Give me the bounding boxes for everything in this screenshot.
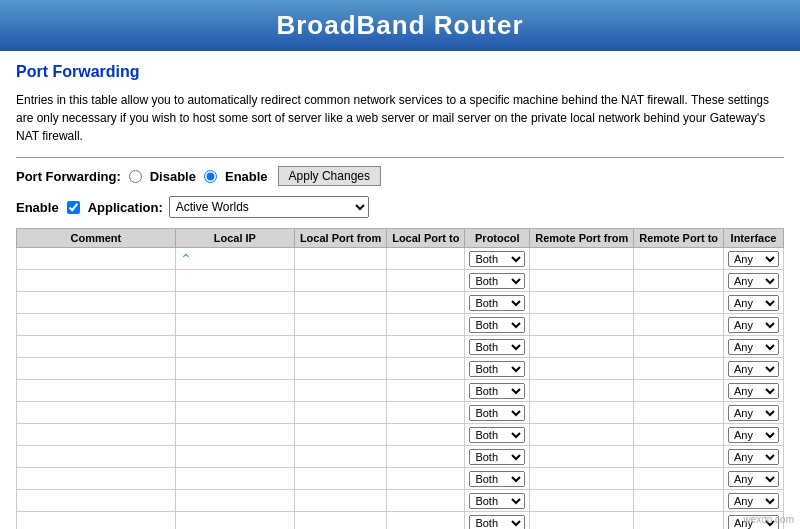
remote-port-from-input[interactable] xyxy=(534,495,629,507)
remote-port-from-input[interactable] xyxy=(534,253,629,265)
remote-port-to-input[interactable] xyxy=(638,407,719,419)
local-port-to-input[interactable] xyxy=(391,407,460,419)
comment-input[interactable] xyxy=(21,407,171,419)
cell-local-port-to[interactable] xyxy=(387,490,465,512)
interface-select[interactable]: AnyLANWAN xyxy=(728,273,779,289)
cell-local-port-from[interactable] xyxy=(294,468,386,490)
cell-interface[interactable]: AnyLANWAN xyxy=(724,358,784,380)
cell-remote-port-to[interactable] xyxy=(634,292,724,314)
cell-local-port-from[interactable] xyxy=(294,380,386,402)
cell-remote-port-to[interactable] xyxy=(634,380,724,402)
protocol-select[interactable]: BothTCPUDP xyxy=(469,251,525,267)
remote-port-from-input[interactable] xyxy=(534,407,629,419)
cell-local-ip[interactable] xyxy=(175,336,294,358)
cell-protocol[interactable]: BothTCPUDP xyxy=(465,270,530,292)
comment-input[interactable] xyxy=(21,253,171,265)
cell-remote-port-from[interactable] xyxy=(530,402,634,424)
local-port-to-input[interactable] xyxy=(391,429,460,441)
cell-comment[interactable] xyxy=(17,314,176,336)
cell-remote-port-to[interactable] xyxy=(634,336,724,358)
cell-local-port-to[interactable] xyxy=(387,468,465,490)
cell-local-port-from[interactable] xyxy=(294,248,386,270)
cell-comment[interactable] xyxy=(17,358,176,380)
cell-local-ip[interactable] xyxy=(175,358,294,380)
cell-local-port-to[interactable] xyxy=(387,314,465,336)
cell-local-port-from[interactable] xyxy=(294,270,386,292)
cell-remote-port-to[interactable] xyxy=(634,512,724,530)
protocol-select[interactable]: BothTCPUDP xyxy=(469,295,525,311)
protocol-select[interactable]: BothTCPUDP xyxy=(469,361,525,377)
local-ip-input[interactable] xyxy=(180,473,290,485)
remote-port-to-input[interactable] xyxy=(638,275,719,287)
cell-protocol[interactable]: BothTCPUDP xyxy=(465,468,530,490)
interface-select[interactable]: AnyLANWAN xyxy=(728,383,779,399)
interface-select[interactable]: AnyLANWAN xyxy=(728,427,779,443)
protocol-select[interactable]: BothTCPUDP xyxy=(469,515,525,530)
cell-local-ip[interactable] xyxy=(175,292,294,314)
comment-input[interactable] xyxy=(21,319,171,331)
cell-protocol[interactable]: BothTCPUDP xyxy=(465,314,530,336)
remote-port-from-input[interactable] xyxy=(534,517,629,529)
remote-port-to-input[interactable] xyxy=(638,451,719,463)
remote-port-to-input[interactable] xyxy=(638,495,719,507)
local-port-from-input[interactable] xyxy=(299,473,382,485)
cell-interface[interactable]: AnyLANWAN xyxy=(724,336,784,358)
cell-local-port-from[interactable] xyxy=(294,446,386,468)
cell-remote-port-to[interactable] xyxy=(634,358,724,380)
cell-interface[interactable]: AnyLANWAN xyxy=(724,424,784,446)
local-port-to-input[interactable] xyxy=(391,275,460,287)
interface-select[interactable]: AnyLANWAN xyxy=(728,251,779,267)
comment-input[interactable] xyxy=(21,429,171,441)
cell-interface[interactable]: AnyLANWAN xyxy=(724,270,784,292)
remote-port-to-input[interactable] xyxy=(638,253,719,265)
interface-select[interactable]: AnyLANWAN xyxy=(728,493,779,509)
cell-local-port-to[interactable] xyxy=(387,446,465,468)
cell-protocol[interactable]: BothTCPUDP xyxy=(465,292,530,314)
interface-select[interactable]: AnyLANWAN xyxy=(728,317,779,333)
cell-local-port-from[interactable] xyxy=(294,512,386,530)
cell-remote-port-to[interactable] xyxy=(634,314,724,336)
cell-local-port-to[interactable] xyxy=(387,424,465,446)
local-ip-input[interactable] xyxy=(180,495,290,507)
interface-select[interactable]: AnyLANWAN xyxy=(728,295,779,311)
local-port-from-input[interactable] xyxy=(299,297,382,309)
protocol-select[interactable]: BothTCPUDP xyxy=(469,273,525,289)
local-port-from-input[interactable] xyxy=(299,495,382,507)
remote-port-from-input[interactable] xyxy=(534,363,629,375)
apply-changes-button[interactable]: Apply Changes xyxy=(278,166,381,186)
local-port-to-input[interactable] xyxy=(391,253,460,265)
cell-local-ip[interactable]: ⌃ xyxy=(175,248,294,270)
cell-comment[interactable] xyxy=(17,380,176,402)
cell-remote-port-to[interactable] xyxy=(634,424,724,446)
comment-input[interactable] xyxy=(21,451,171,463)
local-port-to-input[interactable] xyxy=(391,495,460,507)
cell-remote-port-from[interactable] xyxy=(530,336,634,358)
cell-local-port-from[interactable] xyxy=(294,424,386,446)
protocol-select[interactable]: BothTCPUDP xyxy=(469,317,525,333)
cell-interface[interactable]: AnyLANWAN xyxy=(724,380,784,402)
cell-protocol[interactable]: BothTCPUDP xyxy=(465,248,530,270)
remote-port-to-input[interactable] xyxy=(638,385,719,397)
interface-select[interactable]: AnyLANWAN xyxy=(728,471,779,487)
interface-select[interactable]: AnyLANWAN xyxy=(728,361,779,377)
local-port-from-input[interactable] xyxy=(299,253,382,265)
protocol-select[interactable]: BothTCPUDP xyxy=(469,449,525,465)
protocol-select[interactable]: BothTCPUDP xyxy=(469,383,525,399)
cell-comment[interactable] xyxy=(17,336,176,358)
cell-remote-port-to[interactable] xyxy=(634,270,724,292)
interface-select[interactable]: AnyLANWAN xyxy=(728,449,779,465)
local-port-to-input[interactable] xyxy=(391,341,460,353)
remote-port-to-input[interactable] xyxy=(638,473,719,485)
protocol-select[interactable]: BothTCPUDP xyxy=(469,339,525,355)
cell-protocol[interactable]: BothTCPUDP xyxy=(465,490,530,512)
local-port-from-input[interactable] xyxy=(299,385,382,397)
cell-protocol[interactable]: BothTCPUDP xyxy=(465,446,530,468)
cell-remote-port-to[interactable] xyxy=(634,446,724,468)
cell-remote-port-from[interactable] xyxy=(530,380,634,402)
cell-local-ip[interactable] xyxy=(175,424,294,446)
remote-port-from-input[interactable] xyxy=(534,319,629,331)
local-port-to-input[interactable] xyxy=(391,517,460,529)
remote-port-to-input[interactable] xyxy=(638,517,719,529)
interface-select[interactable]: AnyLANWAN xyxy=(728,405,779,421)
cell-comment[interactable] xyxy=(17,424,176,446)
